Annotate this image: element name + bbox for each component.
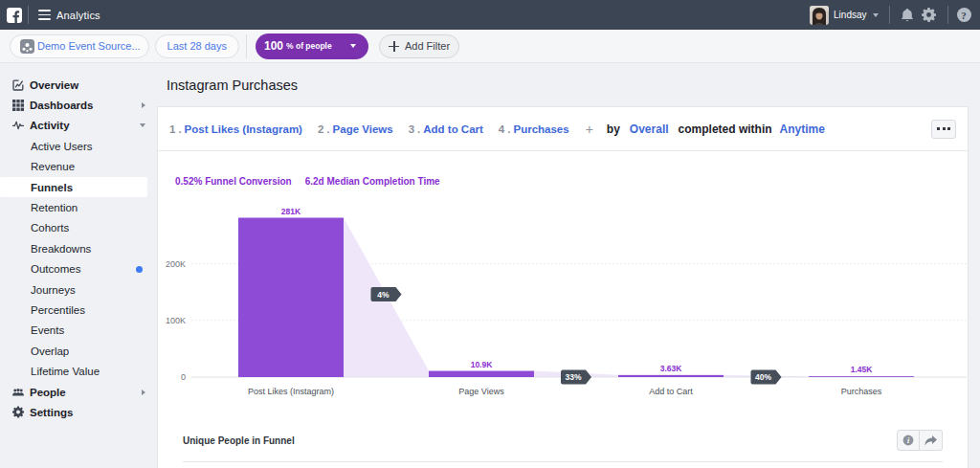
settings-gear-icon[interactable] xyxy=(922,8,936,22)
x-axis-category-label: Add to Cart xyxy=(649,387,693,396)
sidebar-item-outcomes[interactable]: Outcomes xyxy=(0,259,154,279)
help-icon[interactable]: ? xyxy=(957,8,971,22)
bar-value-label: 3.63K xyxy=(660,364,683,373)
step-number: 4 xyxy=(499,123,504,135)
funnel-builder-bar: 1.Post Likes (Instagram)2.Page Views3.Ad… xyxy=(158,107,968,151)
top-bar: Analytics Lindsay ? xyxy=(0,0,980,30)
topbar-divider xyxy=(28,6,29,24)
date-range-button[interactable]: Last 28 days xyxy=(155,34,239,58)
info-button[interactable]: i xyxy=(897,430,920,451)
share-button[interactable] xyxy=(920,430,943,451)
dashboards-icon xyxy=(12,100,24,111)
funnel-bar[interactable] xyxy=(429,371,534,377)
sidebar-item-label: Events xyxy=(31,324,64,336)
settings-icon xyxy=(12,407,24,418)
sidebar-item-active-users[interactable]: Active Users xyxy=(0,136,154,156)
sidebar-item-events[interactable]: Events xyxy=(0,321,154,341)
sidebar-item-funnels[interactable]: Funnels xyxy=(0,177,147,197)
sidebar-item-label: Retention xyxy=(31,202,78,213)
avatar[interactable] xyxy=(810,6,829,25)
percent-dropdown-caret-icon xyxy=(350,44,356,48)
facebook-logo-icon[interactable] xyxy=(0,8,22,23)
funnel-step-1: 1.Post Likes (Instagram) xyxy=(169,123,302,135)
chevron-right-icon xyxy=(142,102,145,108)
funnel-step-2: 2.Page Views xyxy=(318,123,393,135)
step-number: 2 xyxy=(318,123,323,135)
funnel-chart: 0100K200K281KPost Likes (Instagram)10.9K… xyxy=(158,191,968,412)
bar-value-label: 1.45K xyxy=(851,365,874,374)
sidebar-item-label: Funnels xyxy=(31,182,73,193)
completed-within-label: completed within xyxy=(679,123,772,136)
sidebar-item-label: Lifetime Value xyxy=(31,366,100,377)
sidebar-item-label: Active Users xyxy=(31,141,93,152)
overview-icon xyxy=(12,79,24,91)
sidebar-item-breakdowns[interactable]: Breakdowns xyxy=(0,238,154,258)
step-name[interactable]: Purchases xyxy=(513,123,568,135)
sidebar-item-label: Settings xyxy=(30,407,73,418)
filter-toolbar: Demo Event Source... Last 28 days 100 % … xyxy=(0,30,980,63)
funnel-stats: 0.52% Funnel Conversion 6.2d Median Comp… xyxy=(175,176,440,187)
sidebar-item-overlap[interactable]: Overlap xyxy=(0,341,154,361)
hamburger-menu-icon[interactable] xyxy=(38,10,51,20)
sidebar-item-lifetime-value[interactable]: Lifetime Value xyxy=(0,361,154,381)
step-name[interactable]: Page Views xyxy=(333,123,393,135)
y-axis-tick-label: 0 xyxy=(181,372,186,382)
by-label: by xyxy=(607,123,620,136)
sidebar-item-label: Journeys xyxy=(31,284,76,296)
by-value-dropdown[interactable]: Overall xyxy=(630,123,669,136)
sidebar-item-people[interactable]: People xyxy=(0,382,154,402)
share-arrow-icon xyxy=(924,435,937,446)
event-source-button[interactable]: Demo Event Source... xyxy=(10,34,149,58)
bar-value-label: 281K xyxy=(281,207,301,216)
toolbar-separator xyxy=(246,34,247,58)
section-divider xyxy=(183,461,943,462)
conversion-badge-label: 33% xyxy=(565,372,581,382)
chevron-down-icon xyxy=(140,123,145,127)
sidebar-item-label: Dashboards xyxy=(30,100,93,111)
more-options-button[interactable] xyxy=(931,120,956,139)
sidebar-item-percentiles[interactable]: Percentiles xyxy=(0,300,154,320)
completed-within-dropdown[interactable]: Anytime xyxy=(780,123,825,136)
sidebar-item-activity[interactable]: Activity xyxy=(0,116,154,136)
sidebar-item-dashboards[interactable]: Dashboards xyxy=(0,95,154,115)
median-completion-stat: 6.2d Median Completion Time xyxy=(305,176,440,187)
x-axis-category-label: Page Views xyxy=(458,387,504,396)
people-icon xyxy=(12,387,24,398)
sidebar-item-label: Overlap xyxy=(31,345,69,357)
conversion-badge-label: 40% xyxy=(755,372,771,382)
notifications-bell-icon[interactable] xyxy=(901,8,914,22)
step-name[interactable]: Post Likes (Instagram) xyxy=(185,123,302,135)
page-title: Instagram Purchases xyxy=(167,78,298,93)
sidebar-item-settings[interactable]: Settings xyxy=(0,402,154,422)
sidebar-item-label: Breakdowns xyxy=(31,243,91,255)
conversion-badge-label: 4% xyxy=(377,290,390,300)
step-separator: . xyxy=(178,123,181,135)
sidebar-item-cohorts[interactable]: Cohorts xyxy=(0,218,154,238)
bar-value-label: 10.9K xyxy=(471,360,494,369)
funnel-step-3: 3.Add to Cart xyxy=(409,123,483,135)
funnel-bar[interactable] xyxy=(618,375,724,377)
sidebar-item-overview[interactable]: Overview xyxy=(0,75,154,95)
step-number: 3 xyxy=(409,123,414,135)
step-separator: . xyxy=(417,123,420,135)
add-filter-button[interactable]: Add Filter xyxy=(379,34,459,58)
user-menu-caret-icon[interactable] xyxy=(873,13,879,17)
sidebar-item-journeys[interactable]: Journeys xyxy=(0,279,154,300)
chevron-right-icon xyxy=(142,390,145,395)
funnel-bar[interactable] xyxy=(238,218,344,377)
event-source-icon xyxy=(20,39,34,54)
sidebar-item-revenue[interactable]: Revenue xyxy=(0,157,154,177)
x-axis-category-label: Purchases xyxy=(841,387,882,396)
step-separator: . xyxy=(507,123,510,135)
sidebar-item-retention[interactable]: Retention xyxy=(0,197,154,217)
funnel-conversion-stat: 0.52% Funnel Conversion xyxy=(175,176,292,187)
add-step-button[interactable]: + xyxy=(586,122,593,137)
sidebar-item-label: People xyxy=(30,387,66,398)
sidebar-item-label: Activity xyxy=(30,120,70,131)
topbar-divider xyxy=(947,6,948,24)
percent-of-people-dropdown[interactable]: 100 % of people xyxy=(256,33,368,59)
funnel-bar[interactable] xyxy=(809,376,914,377)
user-name[interactable]: Lindsay xyxy=(834,10,866,20)
step-name[interactable]: Add to Cart xyxy=(423,123,483,135)
sidebar-item-label: Overview xyxy=(30,79,78,91)
